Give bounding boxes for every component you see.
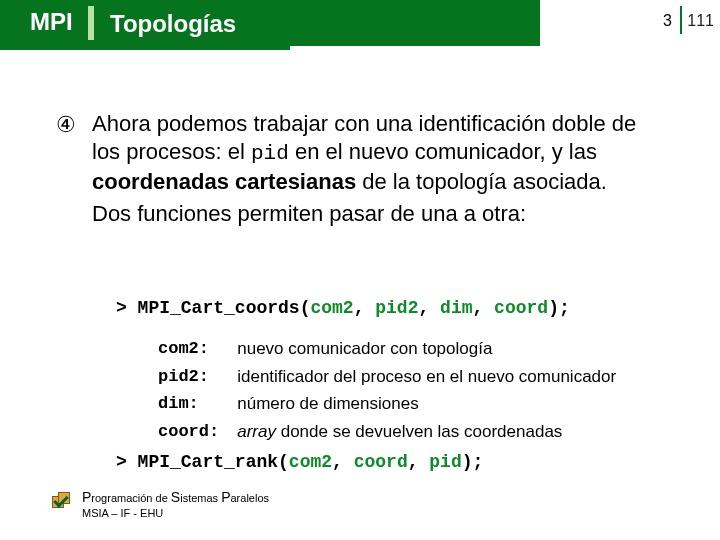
code1-close: );: [548, 298, 570, 318]
code2-sep2: ,: [408, 452, 430, 472]
code1-caret: >: [116, 298, 138, 318]
code1-arg2: pid2: [375, 298, 418, 318]
param-val: número de dimensiones: [237, 391, 616, 417]
slide: MPI Topologías 3 111 ④ Ahora podemos tra…: [0, 0, 720, 540]
code2-arg3: pid: [429, 452, 461, 472]
header-title: Topologías: [110, 10, 236, 38]
param-val: identificador del proceso en el nuevo co…: [237, 364, 616, 390]
paragraph-1-bold: coordenadas cartesianas: [92, 169, 356, 194]
params-table: com2: nuevo comunicador con topología pi…: [156, 334, 618, 446]
footer-l1-p3: istemas: [180, 492, 221, 504]
paragraph-1-t3: de la topología asociada.: [356, 169, 607, 194]
footer-text: Programación de Sistemas Paralelos MSIA …: [82, 488, 269, 520]
code1-arg3: dim: [440, 298, 472, 318]
code2-caret: >: [116, 452, 138, 472]
footer-l1-p2: S: [171, 489, 180, 505]
body-text: Ahora podemos trabajar con una identific…: [92, 110, 670, 228]
code1-arg1: com2: [310, 298, 353, 318]
code1-sep1: ,: [354, 298, 376, 318]
paragraph-1-t2: en el nuevo comunicador, y las: [289, 139, 597, 164]
header-mpi-label: MPI: [30, 8, 73, 36]
code2-arg2: coord: [354, 452, 408, 472]
code-line-2: > MPI_Cart_rank(com2, coord, pid);: [116, 452, 483, 472]
paragraph-1-code: pid: [251, 142, 289, 165]
footer-l1-p0: P: [82, 489, 91, 505]
param-row: coord: array donde se devuelven las coor…: [158, 419, 616, 445]
footer-line1: Programación de Sistemas Paralelos: [82, 488, 269, 506]
param-row: dim: número de dimensiones: [158, 391, 616, 417]
footer-line2: MSIA – IF - EHU: [82, 506, 269, 520]
footer-l1-p4: P: [221, 489, 230, 505]
param-val-rest: donde se devuelven las coordenadas: [276, 422, 562, 441]
param-val: array donde se devuelven las coordenadas: [237, 419, 616, 445]
paragraph-2: Dos funciones permiten pasar de una a ot…: [92, 200, 670, 228]
code1-arg4: coord: [494, 298, 548, 318]
param-key: coord:: [158, 419, 235, 445]
code1-sep2: ,: [418, 298, 440, 318]
param-key: dim:: [158, 391, 235, 417]
code2-fn: MPI_Cart_rank(: [138, 452, 289, 472]
param-val-ital: array: [237, 422, 276, 441]
code-line-1: > MPI_Cart_coords(com2, pid2, dim, coord…: [116, 298, 570, 318]
param-row: pid2: identificador del proceso en el nu…: [158, 364, 616, 390]
header-underline: [0, 46, 290, 50]
footer-l1-p5: aralelos: [231, 492, 270, 504]
code2-arg1: com2: [289, 452, 332, 472]
code2-close: );: [462, 452, 484, 472]
bullet-number-icon: ④: [56, 112, 76, 138]
page-divider: [680, 6, 682, 34]
code2-sep1: ,: [332, 452, 354, 472]
footer-logo-icon: [52, 492, 70, 510]
footer-l1-p1: rogramación de: [91, 492, 171, 504]
param-key: com2:: [158, 336, 235, 362]
code1-sep3: ,: [473, 298, 495, 318]
paragraph-1: Ahora podemos trabajar con una identific…: [92, 110, 670, 196]
header-strip: [0, 0, 540, 46]
param-val: nuevo comunicador con topología: [237, 336, 616, 362]
param-row: com2: nuevo comunicador con topología: [158, 336, 616, 362]
page-total: 111: [687, 12, 714, 30]
page-current: 3: [663, 12, 672, 30]
code1-fn: MPI_Cart_coords(: [138, 298, 311, 318]
header-divider: [88, 6, 94, 40]
param-key: pid2:: [158, 364, 235, 390]
